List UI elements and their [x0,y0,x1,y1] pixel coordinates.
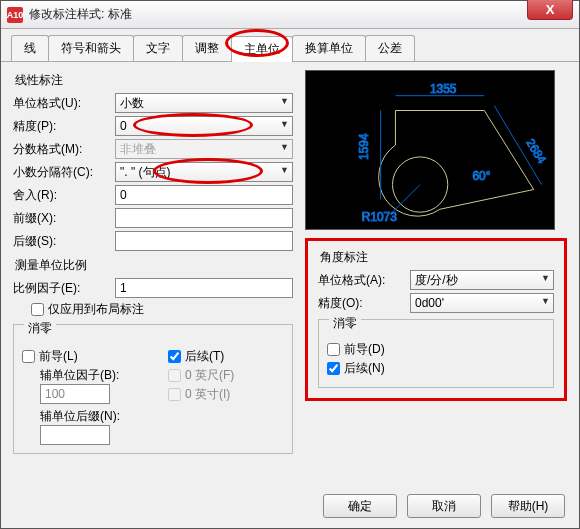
svg-text:R1073: R1073 [362,210,397,224]
angle-unit-select[interactable]: 度/分/秒 [410,270,554,290]
right-column: 1355 1594 2684 60° R1073 角度标注 单位格式(A): 度… [305,70,567,454]
aux-suffix-label: 辅单位后缀(N): [40,408,138,425]
trailing-label: 后续(T) [185,348,224,365]
svg-text:2684: 2684 [523,136,549,166]
suffix-label: 后缀(S): [13,233,109,250]
window-title: 修改标注样式: 标准 [29,6,132,23]
close-button[interactable]: X [527,0,573,20]
tab-primary-units[interactable]: 主单位 [231,36,293,62]
aux-suffix-input [40,425,110,445]
cancel-button[interactable]: 取消 [407,494,481,518]
dialog-body: 线性标注 单位格式(U): 小数 精度(P): 0 分数格式(M): 非堆叠 小… [1,62,579,462]
linear-section-title: 线性标注 [15,72,293,89]
precision-label: 精度(P): [13,118,109,135]
svg-text:1355: 1355 [430,82,457,96]
tab-alt-units[interactable]: 换算单位 [292,35,366,61]
angle-section-title: 角度标注 [320,249,554,266]
button-bar: 确定 取消 帮助(H) [323,494,565,518]
zero-section-title: 消零 [24,320,56,337]
angle-zero-fieldset: 消零 前导(D) 后续(N) [318,319,554,388]
apply-layout-label: 仅应用到布局标注 [48,301,144,318]
unit-format-label: 单位格式(U): [13,95,109,112]
round-label: 舍入(R): [13,187,109,204]
titlebar: A10 修改标注样式: 标准 X [1,1,579,29]
angle-highlight-box: 角度标注 单位格式(A): 度/分/秒 精度(O): 0d00' 消零 前导(D… [305,238,567,401]
left-column: 线性标注 单位格式(U): 小数 精度(P): 0 分数格式(M): 非堆叠 小… [13,70,293,454]
suffix-input[interactable] [115,231,293,251]
svg-text:60°: 60° [472,169,490,183]
tab-strip: 线 符号和箭头 文字 调整 主单位 换算单位 公差 [1,29,579,62]
leading-checkbox[interactable] [22,350,35,363]
angle-unit-label: 单位格式(A): [318,272,404,289]
feet-label: 0 英尺(F) [185,367,234,384]
fraction-select: 非堆叠 [115,139,293,159]
tab-fit[interactable]: 调整 [182,35,232,61]
fraction-label: 分数格式(M): [13,141,109,158]
inch-checkbox [168,388,181,401]
angle-leading-label: 前导(D) [344,341,385,358]
decimal-sep-label: 小数分隔符(C): [13,164,109,181]
prefix-input[interactable] [115,208,293,228]
prefix-label: 前缀(X): [13,210,109,227]
leading-label: 前导(L) [39,348,78,365]
angle-trailing-label: 后续(N) [344,360,385,377]
angle-precision-label: 精度(O): [318,295,404,312]
tab-tolerance[interactable]: 公差 [365,35,415,61]
svg-text:1594: 1594 [357,133,371,160]
dialog-window: A10 修改标注样式: 标准 X 线 符号和箭头 文字 调整 主单位 换算单位 … [0,0,580,529]
angle-trailing-checkbox[interactable] [327,362,340,375]
scale-factor-input[interactable] [115,278,293,298]
aux-factor-label: 辅单位因子(B): [40,367,138,384]
angle-precision-select[interactable]: 0d00' [410,293,554,313]
angle-leading-checkbox[interactable] [327,343,340,356]
preview-pane: 1355 1594 2684 60° R1073 [305,70,555,230]
tab-line[interactable]: 线 [11,35,49,61]
ok-button[interactable]: 确定 [323,494,397,518]
feet-checkbox [168,369,181,382]
inch-label: 0 英寸(I) [185,386,230,403]
decimal-sep-select[interactable]: ". " (句点) [115,162,293,182]
help-button[interactable]: 帮助(H) [491,494,565,518]
tab-symbols[interactable]: 符号和箭头 [48,35,134,61]
tab-text[interactable]: 文字 [133,35,183,61]
precision-select[interactable]: 0 [115,116,293,136]
trailing-checkbox[interactable] [168,350,181,363]
aux-factor-input [40,384,110,404]
scale-factor-label: 比例因子(E): [13,280,109,297]
zero-fieldset: 消零 前导(L) 辅单位因子(B): 辅单位后缀(N): 后续(T) 0 英尺(… [13,324,293,454]
apply-layout-checkbox[interactable] [31,303,44,316]
unit-format-select[interactable]: 小数 [115,93,293,113]
scale-section-title: 测量单位比例 [15,257,293,274]
round-input[interactable] [115,185,293,205]
app-icon: A10 [7,7,23,23]
angle-zero-title: 消零 [329,315,361,332]
